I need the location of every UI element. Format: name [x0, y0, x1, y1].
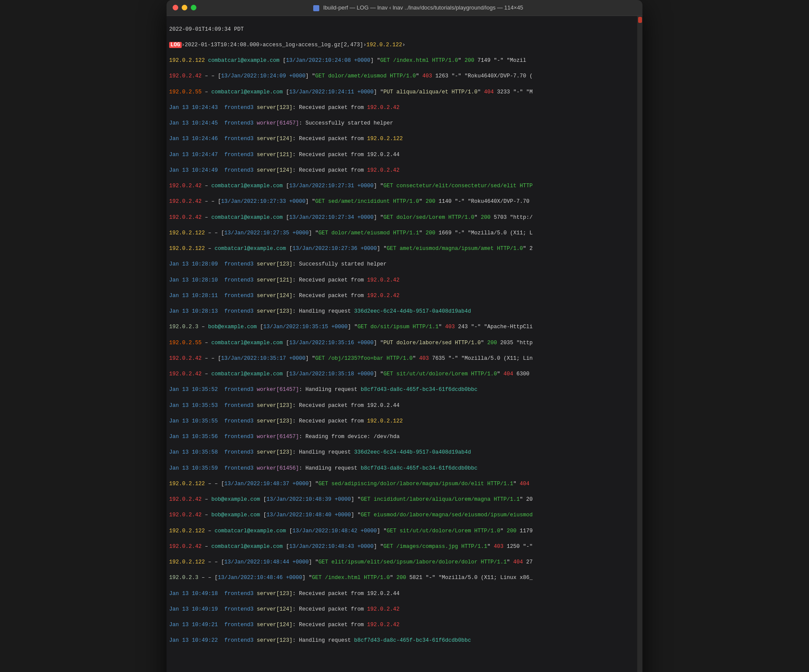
log-line: 192.0.2.42 – – [13/Jan/2022:10:24:09 +00…	[169, 72, 641, 80]
log-line: Jan 13 10:35:56 frontend3 worker[61457]:…	[169, 433, 641, 441]
log-line: 192.0.2.42 – combatcarl@example.com [13/…	[169, 182, 641, 190]
log-line: Jan 13 10:24:43 frontend3 server[123]: R…	[169, 104, 641, 112]
log-line: Jan 13 10:49:19 frontend3 server[124]: R…	[169, 605, 641, 613]
titlebar: lbuild-perf — LOG — lnav ‹ lnav ../lnav/…	[167, 0, 642, 16]
log-line: 192.0.2.122 – combatcarl@example.com [13…	[169, 245, 641, 253]
log-output: 2022-09-01T14:09:34 PDT LOG›2022-01-13T1…	[167, 16, 642, 672]
log-line: 192.0.2.42 – bob@example.com [13/Jan/202…	[169, 496, 641, 503]
terminal-window: lbuild-perf — LOG — lnav ‹ lnav ../lnav/…	[167, 0, 642, 672]
log-line: Jan 13 10:49:22 frontend3 server[123]: H…	[169, 637, 641, 644]
log-line: Jan 13 10:49:18 frontend3 server[123]: R…	[169, 590, 641, 598]
log-line: 192.0.2.3 – bob@example.com [13/Jan/2022…	[169, 323, 641, 331]
minimize-button[interactable]	[182, 5, 187, 10]
log-line: 192.0.2.122 – – [13/Jan/2022:10:27:35 +0…	[169, 229, 641, 237]
log-line: Jan 13 10:35:52 frontend3 worker[61457]:…	[169, 386, 641, 394]
close-button[interactable]	[173, 5, 178, 10]
log-line: 192.0.2.55 – combatcarl@example.com [13/…	[169, 339, 641, 347]
maximize-button[interactable]	[191, 5, 196, 10]
log-line: 192.0.2.122 – – [13/Jan/2022:10:48:37 +0…	[169, 480, 641, 488]
log-line: 192.0.2.122 combatcarl@example.com [13/J…	[169, 57, 641, 64]
window-title: lbuild-perf — LOG — lnav ‹ lnav ../lnav/…	[200, 4, 636, 11]
log-line: LOG›2022-01-13T10:24:08.000›access_log›a…	[169, 41, 641, 49]
log-line: 192.0.2.42 – combatcarl@example.com [13/…	[169, 543, 641, 550]
log-line: Jan 13 10:49:21 frontend3 server[124]: R…	[169, 621, 641, 629]
log-line: Jan 13 10:28:09 frontend3 server[123]: S…	[169, 260, 641, 268]
log-line: Jan 13 10:28:10 frontend3 server[121]: R…	[169, 276, 641, 284]
log-line: 192.0.2.42 – bob@example.com [13/Jan/202…	[169, 511, 641, 519]
log-line: 192.0.2.42 – – [13/Jan/2022:10:35:17 +00…	[169, 355, 641, 362]
terminal-body[interactable]: 2022-09-01T14:09:34 PDT LOG›2022-01-13T1…	[167, 16, 642, 672]
log-line: Jan 13 10:28:13 frontend3 server[123]: H…	[169, 307, 641, 315]
log-line: 192.0.2.122 – combatcarl@example.com [13…	[169, 527, 641, 535]
log-line: Jan 13 10:28:11 frontend3 server[124]: R…	[169, 292, 641, 300]
log-line	[169, 653, 641, 660]
log-line: Jan 13 10:35:53 frontend3 server[123]: R…	[169, 402, 641, 410]
log-line: 192.0.2.55 – combatcarl@example.com [13/…	[169, 88, 641, 96]
log-line: Jan 13 10:24:46 frontend3 server[124]: R…	[169, 135, 641, 143]
log-line: Jan 13 10:24:49 frontend3 server[124]: R…	[169, 166, 641, 174]
log-line: Jan 13 10:24:45 frontend3 worker[61457]:…	[169, 119, 641, 127]
log-line: Jan 13 10:35:55 frontend3 server[123]: R…	[169, 417, 641, 425]
scrollbar-thumb[interactable]	[638, 17, 642, 23]
log-line: 192.0.2.3 – – [13/Jan/2022:10:48:46 +000…	[169, 574, 641, 582]
log-line: Jan 13 10:24:47 frontend3 server[121]: R…	[169, 151, 641, 159]
log-line: Jan 13 10:35:58 frontend3 server[123]: H…	[169, 448, 641, 456]
log-line: Jan 13 10:35:59 frontend3 worker[61456]:…	[169, 464, 641, 472]
log-line: 192.0.2.42 – – [13/Jan/2022:10:27:33 +00…	[169, 198, 641, 205]
log-line: 2022-09-01T14:09:34 PDT	[169, 26, 641, 33]
log-line: 192.0.2.42 – combatcarl@example.com [13/…	[169, 214, 641, 221]
log-line: 192.0.2.122 – – [13/Jan/2022:10:48:44 +0…	[169, 558, 641, 566]
scrollbar[interactable]	[637, 16, 642, 672]
log-line: 192.0.2.42 – combatcarl@example.com [13/…	[169, 370, 641, 378]
terminal-icon	[313, 5, 319, 11]
